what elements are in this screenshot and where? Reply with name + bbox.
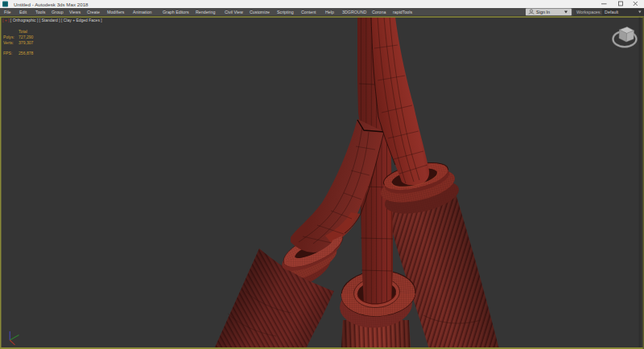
- svg-text:Untitled - Autodesk 3ds Max 20: Untitled - Autodesk 3ds Max 2018: [14, 2, 89, 7]
- svg-text:Animation: Animation: [133, 10, 152, 14]
- svg-text:3DGROUND: 3DGROUND: [342, 10, 366, 14]
- svg-text:Civil View: Civil View: [225, 10, 243, 14]
- svg-text:Views: Views: [69, 10, 80, 14]
- svg-text:Rendering: Rendering: [196, 10, 215, 14]
- svg-text:Content: Content: [301, 10, 316, 14]
- svg-text:256,878: 256,878: [19, 51, 34, 55]
- svg-text:File: File: [4, 10, 11, 14]
- svg-text:727,290: 727,290: [19, 35, 34, 39]
- svg-text:Scripting: Scripting: [277, 10, 294, 14]
- svg-text:Create: Create: [87, 10, 100, 14]
- svg-text:Tools: Tools: [35, 10, 46, 14]
- svg-text:Corona: Corona: [372, 10, 386, 14]
- svg-text:Verts:: Verts:: [3, 40, 14, 45]
- svg-text:Total: Total: [19, 29, 27, 34]
- svg-text:[ + ] [ Orthographic ] [ Stand: [ + ] [ Orthographic ] [ Standard ] [ Cl…: [2, 18, 102, 23]
- svg-text:379,307: 379,307: [19, 40, 34, 45]
- svg-text:Help: Help: [325, 10, 334, 14]
- svg-text:Modifiers: Modifiers: [107, 10, 125, 14]
- svg-text:FPS:: FPS:: [3, 51, 12, 55]
- svg-text:Workspaces:: Workspaces:: [576, 10, 601, 14]
- svg-text:Group: Group: [52, 10, 64, 14]
- svg-text:Sign In: Sign In: [536, 10, 550, 14]
- svg-text:Customize: Customize: [250, 10, 270, 14]
- svg-text:Graph Editors: Graph Editors: [163, 10, 189, 14]
- svg-text:Edit: Edit: [19, 10, 27, 14]
- svg-text:Polys:: Polys:: [3, 35, 14, 39]
- svg-text:Default: Default: [605, 10, 619, 14]
- svg-text:rapidTools: rapidTools: [393, 10, 412, 14]
